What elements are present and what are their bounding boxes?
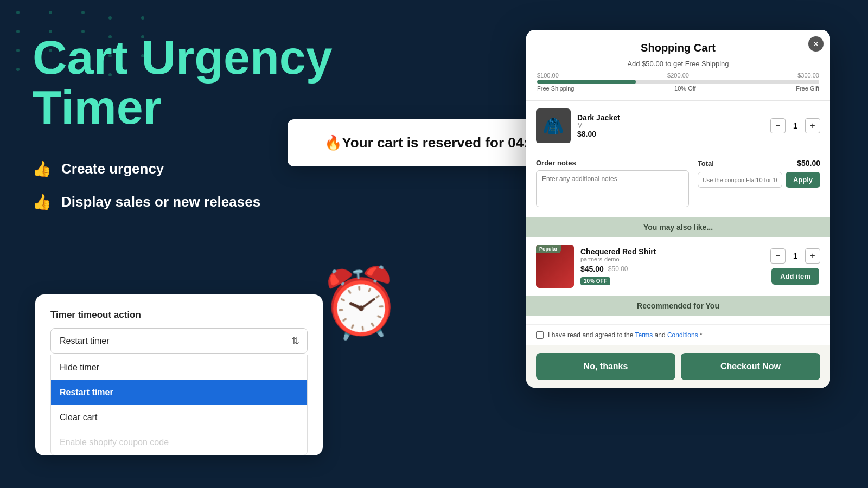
timer-action-card: Timer timeout action Hide timer Restart … [35,294,323,455]
main-title: Cart Urgency Timer [33,33,412,133]
cart-item-price: $8.00 [577,130,764,138]
upsell-price-original: $50.00 [608,265,628,273]
cart-item-info: Dark Jacket M $8.00 [577,113,764,138]
upsell-price-row: $45.00 $50.00 [580,265,764,273]
upsell-section-banner: You may also like... [526,217,830,237]
recommended-placeholder [526,316,830,324]
order-notes-label: Order notes [536,159,689,167]
thumbs-up-icon-1: 👍 [33,160,52,178]
terms-text: I have read and agreed to the Terms and … [548,331,703,339]
feature-item-2: 👍 Display sales or new releases [33,193,412,211]
upsell-price-current: $45.00 [580,265,604,273]
conditions-link[interactable]: Conditions [667,331,698,339]
cart-body: 🧥 Dark Jacket M $8.00 − 1 + Order notes … [526,101,830,388]
cart-header: Shopping Cart Add $50.00 to get Free Shi… [526,30,830,101]
total-block: Total $50.00 Apply [698,159,820,188]
cart-close-button[interactable]: × [808,36,824,52]
upsell-qty-decrease[interactable]: − [770,248,786,264]
upsell-product-actions: − 1 + Add item [770,248,820,285]
cart-item-image: 🧥 [536,108,571,143]
timer-select-wrapper[interactable]: Hide timer Restart timer Clear cart ⇅ [50,328,308,354]
timer-action-label: Timer timeout action [50,310,308,320]
upsell-discount-badge: 10% OFF [580,277,610,285]
free-shipping-notice: Add $50.00 to get Free Shipping [537,60,819,68]
qty-decrease-button[interactable]: − [770,118,786,133]
qty-value: 1 [790,121,801,130]
upsell-qty-control: − 1 + [770,248,820,264]
order-notes-textarea[interactable] [536,170,689,207]
upsell-product-store: partners-demo [580,256,764,262]
cart-title: Shopping Cart [537,42,819,54]
terms-checkbox[interactable] [536,331,544,339]
recommended-section-banner: Recommended for You [526,296,830,316]
upsell-product-name: Chequered Red Shirt [580,247,764,256]
add-item-button[interactable]: Add item [771,268,819,285]
feature-text-1: Create urgency [61,160,164,177]
shopping-cart-panel: × Shopping Cart Add $50.00 to get Free S… [526,30,830,388]
upsell-product-info: Chequered Red Shirt partners-demo $45.00… [580,247,764,285]
total-header: Total $50.00 [698,159,820,168]
dropdown-item-hide-timer[interactable]: Hide timer [51,355,307,380]
qty-increase-button[interactable]: + [805,118,820,133]
milestone-labels: Free Shipping 10% Off Free Gift [537,85,819,92]
cart-item-row: 🧥 Dark Jacket M $8.00 − 1 + [526,101,830,151]
coupon-input[interactable] [698,172,782,188]
upsell-qty-value: 1 [790,252,801,260]
cart-actions: No, thanks Checkout Now [526,345,830,388]
no-thanks-button[interactable]: No, thanks [536,353,675,380]
cart-item-qty-control: − 1 + [770,118,820,133]
upsell-qty-increase[interactable]: + [805,248,820,264]
total-amount: $50.00 [797,159,820,168]
feature-list: 👍 Create urgency 👍 Display sales or new … [33,160,412,211]
dropdown-item-restart-timer[interactable]: Restart timer [51,380,307,405]
upsell-product-card: Popular Chequered Red Shirt partners-dem… [526,237,830,296]
terms-link[interactable]: Terms [635,331,653,339]
total-label: Total [698,159,714,168]
coupon-apply-button[interactable]: Apply [786,172,820,188]
shipping-progress-bar [537,80,819,84]
timer-dropdown-menu: Hide timer Restart timer Clear cart Enab… [50,355,308,455]
feature-text-2: Display sales or new releases [61,194,260,210]
timer-timeout-select[interactable]: Hide timer Restart timer Clear cart [51,329,307,353]
cart-item-size: M [577,122,764,130]
order-notes-block: Order notes [536,159,689,209]
terms-row: I have read and agreed to the Terms and … [526,324,830,345]
coupon-row: Apply [698,172,820,188]
dropdown-item-clear-cart[interactable]: Clear cart [51,405,307,430]
cart-item-name: Dark Jacket [577,113,764,122]
order-section: Order notes Total $50.00 Apply [526,151,830,217]
progress-labels: $100.00 $200.00 $300.00 [537,72,819,79]
alarm-clock-graphic: ⏰ [317,262,405,345]
thumbs-up-icon-2: 👍 [33,193,52,211]
upsell-product-image: Popular [536,245,574,288]
checkout-now-button[interactable]: Checkout Now [681,353,820,380]
progress-bar-fill [537,80,636,84]
popular-badge: Popular [536,245,561,253]
dropdown-item-shopify-coupon: Enable shopify coupon code [51,430,307,455]
